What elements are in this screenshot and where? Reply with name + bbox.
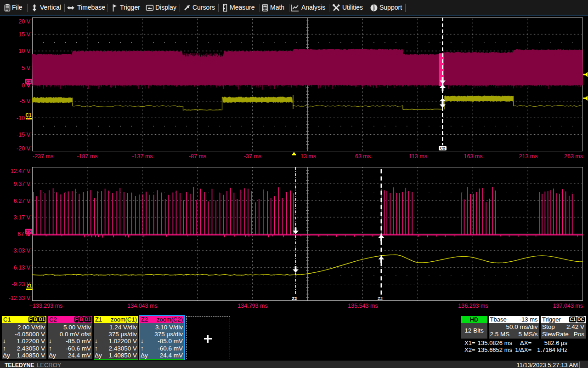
svg-text:137.043 ms: 137.043 ms [553,303,583,309]
svg-text:-6.13 V: -6.13 V [12,264,31,271]
svg-text:263 ms: 263 ms [564,153,583,160]
svg-text:20 V: 20 V [18,18,30,25]
svg-text:-187 ms: -187 ms [77,153,97,160]
svg-text:12.47 V: 12.47 V [11,168,31,174]
svg-text:134.793 ms: 134.793 ms [237,303,267,309]
svg-text:135.543 ms: 135.543 ms [348,303,378,309]
svg-text:-137 ms: -137 ms [132,153,153,160]
svg-text:13 ms: 13 ms [300,153,316,160]
svg-text:134.043 ms: 134.043 ms [127,303,157,309]
svg-text:15 V: 15 V [18,31,30,38]
svg-text:-12.33 V: -12.33 V [9,295,31,301]
svg-text:-15 V: -15 V [17,132,31,138]
svg-text:10 V: 10 V [18,48,30,54]
svg-text:136.293 ms: 136.293 ms [458,303,488,309]
svg-text:-87 ms: -87 ms [189,153,206,160]
svg-text:-237 ms: -237 ms [33,153,53,160]
svg-text:163 ms: 163 ms [464,153,483,160]
svg-text:-10 V: -10 V [17,115,31,121]
svg-text:9.37 V: 9.37 V [14,181,31,187]
svg-text:-37 ms: -37 ms [244,153,261,160]
svg-text:Z2: Z2 [292,296,297,301]
svg-text:5 V: 5 V [22,65,30,71]
svg-text:3.17 V: 3.17 V [14,214,31,221]
svg-text:-5 V: -5 V [20,98,31,104]
svg-text:6.27 V: 6.27 V [14,198,31,204]
svg-text:213 ms: 213 ms [519,153,538,160]
svg-text:113 ms: 113 ms [409,153,427,160]
svg-text:-20 V: -20 V [17,145,31,152]
svg-text:Z2: Z2 [378,296,383,301]
svg-text:133.293 ms: 133.293 ms [33,303,62,309]
svg-text:0 V: 0 V [22,82,30,89]
svg-text:C2: C2 [440,146,445,150]
svg-text:67 m: 67 m [17,231,30,237]
svg-text:-3.03 V: -3.03 V [12,247,31,254]
svg-text:-9.23 V: -9.23 V [12,281,31,288]
svg-text:63 ms: 63 ms [355,153,371,160]
